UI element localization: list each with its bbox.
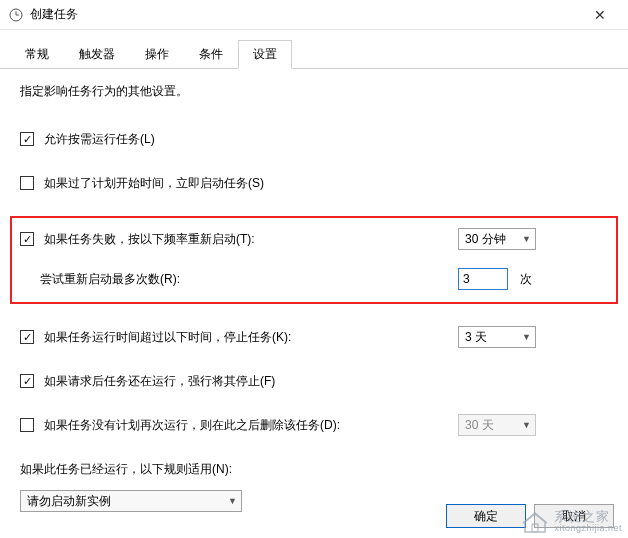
panel-description: 指定影响任务行为的其他设置。 [20,83,608,100]
chevron-down-icon: ▼ [522,332,531,342]
allow-on-demand-checkbox[interactable] [20,132,34,146]
stop-if-longer-checkbox[interactable] [20,330,34,344]
delete-if-not-scheduled-label: 如果任务没有计划再次运行，则在此之后删除该任务(D): [44,417,340,434]
retry-count-input[interactable]: 3 [458,268,508,290]
start-if-missed-checkbox[interactable] [20,176,34,190]
delete-delay-combo: 30 天 ▼ [458,414,536,436]
delete-delay-value: 30 天 [465,417,522,434]
tab-general[interactable]: 常规 [10,40,64,69]
restart-interval-combo[interactable]: 30 分钟 ▼ [458,228,536,250]
retry-count-suffix: 次 [520,271,536,288]
restart-interval-value: 30 分钟 [465,231,522,248]
allow-on-demand-label: 允许按需运行任务(L) [44,131,155,148]
cancel-button[interactable]: 取消 [534,504,614,528]
tab-triggers[interactable]: 触发器 [64,40,130,69]
tab-actions[interactable]: 操作 [130,40,184,69]
stop-if-longer-label: 如果任务运行时间超过以下时间，停止任务(K): [44,329,291,346]
tab-row: 常规 触发器 操作 条件 设置 [0,30,628,69]
window-title: 创建任务 [30,6,580,23]
force-stop-label: 如果请求后任务还在运行，强行将其停止(F) [44,373,275,390]
stop-duration-combo[interactable]: 3 天 ▼ [458,326,536,348]
restart-on-fail-checkbox[interactable] [20,232,34,246]
clock-icon [8,7,24,23]
start-if-missed-label: 如果过了计划开始时间，立即启动任务(S) [44,175,264,192]
restart-on-fail-label: 如果任务失败，按以下频率重新启动(T): [44,231,255,248]
ok-button[interactable]: 确定 [446,504,526,528]
titlebar: 创建任务 ✕ [0,0,628,30]
already-running-value: 请勿启动新实例 [27,493,228,510]
chevron-down-icon: ▼ [228,496,237,506]
force-stop-checkbox[interactable] [20,374,34,388]
close-button[interactable]: ✕ [580,1,620,29]
retry-count-value: 3 [463,272,470,286]
settings-panel: 指定影响任务行为的其他设置。 允许按需运行任务(L) 如果过了计划开始时间，立即… [0,69,628,522]
delete-if-not-scheduled-checkbox[interactable] [20,418,34,432]
tab-settings[interactable]: 设置 [238,40,292,69]
tab-conditions[interactable]: 条件 [184,40,238,69]
already-running-label: 如果此任务已经运行，以下规则适用(N): [20,461,232,478]
chevron-down-icon: ▼ [522,234,531,244]
restart-highlight-box: 如果任务失败，按以下频率重新启动(T): 30 分钟 ▼ 尝试重新启动最多次数(… [10,216,618,304]
dialog-footer: 确定 取消 [446,504,614,528]
chevron-down-icon: ▼ [522,420,531,430]
already-running-combo[interactable]: 请勿启动新实例 ▼ [20,490,242,512]
retry-count-label: 尝试重新启动最多次数(R): [40,271,180,288]
stop-duration-value: 3 天 [465,329,522,346]
